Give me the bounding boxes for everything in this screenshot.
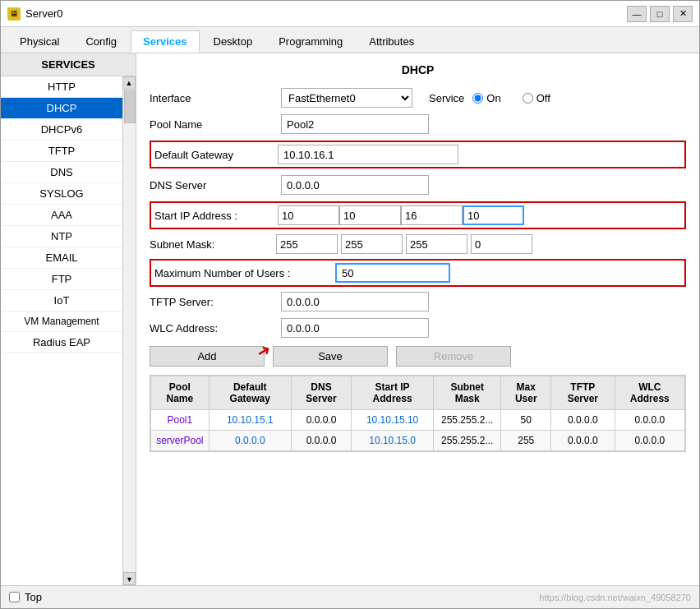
- bottom-bar: Top https://blog.csdn.net/waixn_49058270: [1, 585, 699, 608]
- sidebar: SERVICES ▲ HTTP DHCP DHCPv6 TFTP DNS SYS…: [1, 53, 136, 585]
- sidebar-item-dhcp[interactable]: DHCP: [1, 98, 122, 119]
- start-ip-row: Start IP Address :: [150, 201, 686, 229]
- sidebar-item-iot[interactable]: IoT: [1, 290, 122, 311]
- sidebar-item-tftp[interactable]: TFTP: [1, 141, 122, 162]
- start-ip-seg2[interactable]: [339, 205, 401, 225]
- col-header-start-ip: Start IP Address: [352, 376, 434, 410]
- service-label: Service: [429, 92, 464, 104]
- dhcp-table: Pool Name Default Gateway DNS Server Sta…: [150, 375, 686, 452]
- col-header-dns-server: DNS Server: [291, 376, 351, 410]
- col-header-pool-name: Pool Name: [151, 376, 210, 410]
- sidebar-item-ntp[interactable]: NTP: [1, 226, 122, 247]
- tab-physical[interactable]: Physical: [7, 30, 71, 53]
- button-row: Add Save Remove: [150, 346, 686, 367]
- tftp-server-input[interactable]: [281, 292, 429, 311]
- default-gateway-row: Default Gateway: [150, 141, 686, 168]
- row2-tftp-server: 0.0.0.0: [551, 431, 615, 451]
- sidebar-item-vm-management[interactable]: VM Management: [1, 311, 122, 332]
- col-header-default-gateway: Default Gateway: [209, 376, 291, 410]
- content-area: SERVICES ▲ HTTP DHCP DHCPv6 TFTP DNS SYS…: [1, 53, 699, 585]
- col-header-wlc-address: WLC Address: [615, 376, 684, 410]
- tab-config[interactable]: Config: [73, 30, 129, 53]
- wlc-address-input[interactable]: [281, 318, 429, 338]
- tab-services[interactable]: Services: [131, 30, 200, 53]
- subnet-seg1[interactable]: [276, 234, 338, 254]
- tab-programming[interactable]: Programming: [266, 30, 355, 53]
- start-ip-seg1[interactable]: [278, 205, 339, 225]
- sidebar-item-radius-eap[interactable]: Radius EAP: [1, 332, 122, 353]
- title-controls: — □ ✕: [627, 6, 693, 22]
- main-window: 🖥 Server0 — □ ✕ Physical Config Services…: [0, 0, 700, 609]
- service-off-label: Off: [537, 92, 550, 104]
- remove-button[interactable]: Remove: [396, 346, 511, 367]
- maximize-button[interactable]: □: [650, 6, 670, 22]
- interface-service-row: Interface FastEthernet0 Service On Off: [150, 88, 686, 108]
- max-users-input[interactable]: [335, 263, 450, 283]
- row1-start-ip: 10.10.15.10: [352, 410, 434, 431]
- row1-subnet-mask: 255.255.2...: [434, 410, 501, 431]
- window-title: Server0: [25, 7, 63, 20]
- subnet-label: Subnet Mask:: [150, 238, 273, 251]
- minimize-button[interactable]: —: [627, 6, 647, 22]
- sidebar-item-dhcpv6[interactable]: DHCPv6: [1, 119, 122, 141]
- subnet-seg2[interactable]: [341, 234, 403, 254]
- scroll-up-arrow[interactable]: ▲: [122, 76, 136, 90]
- row2-dns-server: 0.0.0.0: [291, 431, 351, 451]
- default-gateway-input[interactable]: [278, 145, 458, 164]
- start-ip-seg3[interactable]: [401, 205, 463, 225]
- row2-start-ip: 10.10.15.0: [352, 431, 434, 451]
- dns-server-row: DNS Server: [150, 175, 686, 195]
- save-button[interactable]: Save: [273, 346, 388, 367]
- row1-default-gateway: 10.10.15.1: [209, 410, 291, 431]
- sidebar-header: SERVICES: [1, 53, 136, 76]
- subnet-mask-row: Subnet Mask:: [150, 234, 686, 254]
- default-gateway-label: Default Gateway: [154, 149, 278, 161]
- top-checkbox-area[interactable]: Top: [9, 591, 42, 603]
- sidebar-item-aaa[interactable]: AAA: [1, 205, 122, 226]
- sidebar-item-http[interactable]: HTTP: [1, 76, 122, 98]
- scroll-track: [123, 90, 136, 572]
- dns-server-input[interactable]: [281, 175, 429, 195]
- table-row[interactable]: Pool1 10.10.15.1 0.0.0.0 10.10.15.10 255…: [151, 410, 685, 431]
- top-checkbox[interactable]: [9, 592, 20, 602]
- subnet-seg4[interactable]: [471, 234, 532, 254]
- wlc-address-row: WLC Address: ➜: [150, 318, 686, 338]
- main-panel: DHCP Interface FastEthernet0 Service On …: [136, 53, 699, 585]
- sidebar-scrollbar: ▲ ▼: [122, 76, 136, 585]
- pool-name-row: Pool Name: [150, 114, 686, 134]
- row1-tftp-server: 0.0.0.0: [551, 410, 615, 431]
- tftp-server-row: TFTP Server:: [150, 292, 686, 311]
- row2-max-user: 255: [501, 431, 551, 451]
- start-ip-seg4[interactable]: [463, 205, 524, 225]
- sidebar-item-ftp[interactable]: FTP: [1, 269, 122, 290]
- sidebar-item-syslog[interactable]: SYSLOG: [1, 183, 122, 205]
- max-users-label: Maximum Number of Users :: [154, 267, 335, 279]
- sidebar-item-email[interactable]: EMAIL: [1, 247, 122, 269]
- app-icon: 🖥: [7, 7, 21, 21]
- tab-desktop[interactable]: Desktop: [201, 30, 265, 53]
- table-row[interactable]: serverPool 0.0.0.0 0.0.0.0 10.10.15.0 25…: [151, 431, 685, 451]
- pool-name-label: Pool Name: [150, 118, 273, 131]
- tab-bar: Physical Config Services Desktop Program…: [1, 27, 699, 53]
- close-button[interactable]: ✕: [673, 6, 693, 22]
- tab-attributes[interactable]: Attributes: [357, 30, 426, 53]
- col-header-max-user: Max User: [501, 376, 551, 410]
- sidebar-item-dns[interactable]: DNS: [1, 162, 122, 183]
- title-bar-left: 🖥 Server0: [7, 7, 63, 21]
- pool-name-input[interactable]: [281, 114, 429, 134]
- row1-pool-name: Pool1: [151, 410, 210, 431]
- max-users-row: Maximum Number of Users :: [150, 259, 686, 287]
- scroll-thumb[interactable]: [124, 90, 136, 123]
- title-bar: 🖥 Server0 — □ ✕: [1, 1, 699, 27]
- interface-select[interactable]: FastEthernet0: [281, 88, 412, 108]
- service-on-radio[interactable]: On: [472, 92, 500, 104]
- row2-subnet-mask: 255.255.2...: [434, 431, 501, 451]
- service-off-radio[interactable]: Off: [523, 92, 550, 104]
- scrollbar-down[interactable]: ▼: [123, 572, 136, 585]
- watermark: https://blog.csdn.net/waixn_49058270: [539, 593, 691, 602]
- subnet-seg3[interactable]: [406, 234, 467, 254]
- add-button[interactable]: Add: [150, 346, 265, 367]
- wlc-address-label: WLC Address:: [150, 322, 273, 334]
- row1-max-user: 50: [501, 410, 551, 431]
- interface-label: Interface: [150, 92, 273, 104]
